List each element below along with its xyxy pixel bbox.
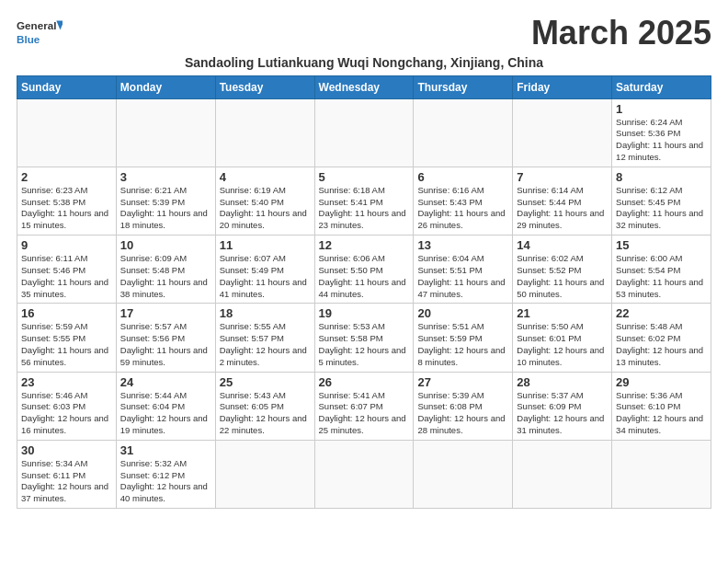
calendar-cell: 11Sunrise: 6:07 AM Sunset: 5:49 PM Dayli… (215, 236, 314, 304)
day-info: Sunrise: 5:51 AM Sunset: 5:59 PM Dayligh… (417, 321, 508, 368)
day-info: Sunrise: 6:12 AM Sunset: 5:45 PM Dayligh… (616, 185, 707, 232)
calendar-table: SundayMondayTuesdayWednesdayThursdayFrid… (17, 75, 711, 510)
calendar-cell (414, 440, 513, 508)
day-info: Sunrise: 5:43 AM Sunset: 6:05 PM Dayligh… (220, 390, 311, 437)
day-number: 22 (616, 306, 707, 320)
calendar-cell (513, 440, 612, 508)
day-info: Sunrise: 6:11 AM Sunset: 5:46 PM Dayligh… (21, 253, 112, 300)
calendar-cell: 23Sunrise: 5:46 AM Sunset: 6:03 PM Dayli… (17, 372, 117, 440)
calendar-cell: 6Sunrise: 6:16 AM Sunset: 5:43 PM Daylig… (414, 167, 513, 235)
calendar-cell (116, 98, 215, 167)
day-info: Sunrise: 6:23 AM Sunset: 5:38 PM Dayligh… (21, 185, 112, 232)
calendar-week-row: 23Sunrise: 5:46 AM Sunset: 6:03 PM Dayli… (17, 372, 711, 440)
day-info: Sunrise: 6:18 AM Sunset: 5:41 PM Dayligh… (319, 185, 410, 232)
day-number: 27 (417, 375, 508, 389)
calendar-week-row: 16Sunrise: 5:59 AM Sunset: 5:55 PM Dayli… (17, 304, 711, 372)
day-number: 3 (120, 170, 211, 184)
day-info: Sunrise: 5:37 AM Sunset: 6:09 PM Dayligh… (517, 390, 608, 437)
generalblue-logo-svg: General Blue (17, 15, 63, 50)
header: General Blue March 2025 (17, 15, 711, 52)
calendar-cell: 4Sunrise: 6:19 AM Sunset: 5:40 PM Daylig… (215, 167, 314, 235)
day-number: 31 (120, 443, 211, 457)
calendar-cell (612, 440, 711, 508)
day-number: 18 (220, 306, 311, 320)
day-number: 11 (220, 238, 311, 252)
day-number: 8 (616, 170, 707, 184)
weekday-header-monday: Monday (116, 75, 215, 98)
day-number: 9 (21, 238, 112, 252)
day-number: 19 (319, 306, 410, 320)
calendar-cell: 17Sunrise: 5:57 AM Sunset: 5:56 PM Dayli… (116, 304, 215, 372)
calendar-cell: 7Sunrise: 6:14 AM Sunset: 5:44 PM Daylig… (513, 167, 612, 235)
calendar-cell: 27Sunrise: 5:39 AM Sunset: 6:08 PM Dayli… (414, 372, 513, 440)
calendar-week-row: 30Sunrise: 5:34 AM Sunset: 6:11 PM Dayli… (17, 440, 711, 508)
day-number: 16 (21, 306, 112, 320)
day-number: 1 (616, 102, 707, 116)
day-info: Sunrise: 6:24 AM Sunset: 5:36 PM Dayligh… (616, 117, 707, 164)
day-info: Sunrise: 6:07 AM Sunset: 5:49 PM Dayligh… (220, 253, 311, 300)
day-info: Sunrise: 5:57 AM Sunset: 5:56 PM Dayligh… (120, 321, 211, 368)
calendar-cell: 12Sunrise: 6:06 AM Sunset: 5:50 PM Dayli… (314, 236, 414, 304)
calendar-cell: 21Sunrise: 5:50 AM Sunset: 6:01 PM Dayli… (513, 304, 612, 372)
day-number: 10 (120, 238, 211, 252)
calendar-cell (414, 98, 513, 167)
day-number: 7 (517, 170, 608, 184)
weekday-header-friday: Friday (513, 75, 612, 98)
day-number: 20 (417, 306, 508, 320)
day-number: 5 (319, 170, 410, 184)
weekday-header-thursday: Thursday (414, 75, 513, 98)
weekday-header-row: SundayMondayTuesdayWednesdayThursdayFrid… (17, 75, 711, 98)
day-number: 21 (517, 306, 608, 320)
day-info: Sunrise: 6:16 AM Sunset: 5:43 PM Dayligh… (417, 185, 508, 232)
day-info: Sunrise: 5:34 AM Sunset: 6:11 PM Dayligh… (21, 458, 112, 505)
svg-marker-2 (56, 21, 63, 30)
day-info: Sunrise: 6:09 AM Sunset: 5:48 PM Dayligh… (120, 253, 211, 300)
calendar-cell: 15Sunrise: 6:00 AM Sunset: 5:54 PM Dayli… (612, 236, 711, 304)
day-number: 13 (417, 238, 508, 252)
day-number: 17 (120, 306, 211, 320)
calendar-cell: 14Sunrise: 6:02 AM Sunset: 5:52 PM Dayli… (513, 236, 612, 304)
day-info: Sunrise: 5:50 AM Sunset: 6:01 PM Dayligh… (517, 321, 608, 368)
calendar-cell: 31Sunrise: 5:32 AM Sunset: 6:12 PM Dayli… (116, 440, 215, 508)
calendar-cell: 1Sunrise: 6:24 AM Sunset: 5:36 PM Daylig… (612, 98, 711, 167)
calendar-cell: 16Sunrise: 5:59 AM Sunset: 5:55 PM Dayli… (17, 304, 117, 372)
day-info: Sunrise: 6:06 AM Sunset: 5:50 PM Dayligh… (319, 253, 410, 300)
calendar-cell: 9Sunrise: 6:11 AM Sunset: 5:46 PM Daylig… (17, 236, 117, 304)
day-number: 12 (319, 238, 410, 252)
day-number: 4 (220, 170, 311, 184)
calendar-cell (17, 98, 117, 167)
month-title: March 2025 (531, 15, 711, 52)
calendar-cell: 29Sunrise: 5:36 AM Sunset: 6:10 PM Dayli… (612, 372, 711, 440)
calendar-cell: 30Sunrise: 5:34 AM Sunset: 6:11 PM Dayli… (17, 440, 117, 508)
day-number: 26 (319, 375, 410, 389)
calendar-cell (215, 440, 314, 508)
weekday-header-tuesday: Tuesday (215, 75, 314, 98)
calendar-week-row: 9Sunrise: 6:11 AM Sunset: 5:46 PM Daylig… (17, 236, 711, 304)
day-info: Sunrise: 5:36 AM Sunset: 6:10 PM Dayligh… (616, 390, 707, 437)
calendar-cell: 26Sunrise: 5:41 AM Sunset: 6:07 PM Dayli… (314, 372, 414, 440)
calendar-cell (314, 440, 414, 508)
day-info: Sunrise: 5:41 AM Sunset: 6:07 PM Dayligh… (319, 390, 410, 437)
day-number: 23 (21, 375, 112, 389)
calendar-week-row: 2Sunrise: 6:23 AM Sunset: 5:38 PM Daylig… (17, 167, 711, 235)
calendar-cell: 2Sunrise: 6:23 AM Sunset: 5:38 PM Daylig… (17, 167, 117, 235)
calendar-cell: 22Sunrise: 5:48 AM Sunset: 6:02 PM Dayli… (612, 304, 711, 372)
day-number: 29 (616, 375, 707, 389)
day-number: 6 (417, 170, 508, 184)
day-info: Sunrise: 6:02 AM Sunset: 5:52 PM Dayligh… (517, 253, 608, 300)
day-info: Sunrise: 5:48 AM Sunset: 6:02 PM Dayligh… (616, 321, 707, 368)
day-number: 2 (21, 170, 112, 184)
calendar-subtitle: Sandaoling Lutiankuang Wuqi Nongchang, X… (17, 55, 711, 70)
calendar-cell (215, 98, 314, 167)
day-number: 24 (120, 375, 211, 389)
day-info: Sunrise: 6:00 AM Sunset: 5:54 PM Dayligh… (616, 253, 707, 300)
weekday-header-saturday: Saturday (612, 75, 711, 98)
day-number: 28 (517, 375, 608, 389)
calendar-cell: 19Sunrise: 5:53 AM Sunset: 5:58 PM Dayli… (314, 304, 414, 372)
day-info: Sunrise: 6:19 AM Sunset: 5:40 PM Dayligh… (220, 185, 311, 232)
calendar-cell: 5Sunrise: 6:18 AM Sunset: 5:41 PM Daylig… (314, 167, 414, 235)
calendar-cell: 3Sunrise: 6:21 AM Sunset: 5:39 PM Daylig… (116, 167, 215, 235)
svg-text:Blue: Blue (17, 33, 40, 45)
calendar-cell: 18Sunrise: 5:55 AM Sunset: 5:57 PM Dayli… (215, 304, 314, 372)
day-number: 14 (517, 238, 608, 252)
